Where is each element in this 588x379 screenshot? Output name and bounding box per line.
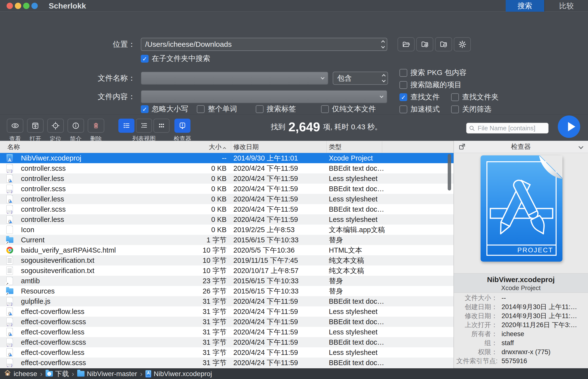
- bbedit-doc-icon: {B}TXT: [5, 297, 14, 306]
- table-row[interactable]: NibViwer.xcodeproj--2014/9/30 上午11:01Xco…: [0, 153, 454, 163]
- file-type: Less stylesheet: [329, 327, 378, 337]
- folder-plus-icon: [420, 40, 429, 49]
- start-search-button[interactable]: [558, 115, 580, 138]
- checkbox-关闭筛选[interactable]: 关闭筛选: [451, 104, 491, 114]
- table-row[interactable]: {B}TXTgulpfile.js31 字节2020/4/24 下午11:59B…: [0, 296, 454, 306]
- add-folder-button[interactable]: [416, 37, 433, 51]
- filter-input[interactable]: [477, 124, 546, 133]
- inspector-header: 检查器: [454, 141, 588, 153]
- grid-view-button[interactable]: [153, 119, 170, 133]
- outline-view-button[interactable]: [136, 119, 152, 133]
- breadcrumb-item[interactable]: NibViwer-master: [77, 370, 137, 378]
- chrome-icon: [5, 246, 14, 254]
- file-type: 纯文本文稿: [329, 266, 364, 276]
- table-row[interactable]: {B}TXTcontroller.scss0 KB2020/4/24 下午11:…: [0, 184, 454, 194]
- column-header-name[interactable]: 名称: [7, 141, 20, 153]
- file-list: NibViwer.xcodeproj--2014/9/30 上午11:01Xco…: [0, 153, 454, 368]
- column-header-size[interactable]: 大小: [171, 141, 225, 153]
- file-name: gulpfile.js: [21, 296, 50, 306]
- file-date: 2020/4/24 下午11:59: [233, 204, 298, 214]
- checkbox-box: [197, 105, 205, 113]
- checkbox-仅纯文本文件[interactable]: 仅纯文本文件: [321, 104, 376, 114]
- file-type: Less stylesheet: [329, 174, 378, 184]
- zoom-window-button[interactable]: [23, 3, 30, 9]
- table-row[interactable]: ↗Resources26 字节2015/6/15 下午10:33替身: [0, 286, 454, 296]
- table-row[interactable]: ↗Current1 字节2015/6/15 下午10:33替身: [0, 235, 454, 245]
- open-button[interactable]: [27, 119, 44, 133]
- checkbox-搜索 PKG 包内容[interactable]: 搜索 PKG 包内容: [399, 68, 466, 78]
- file-name: controller.less: [21, 194, 64, 204]
- file-size: 0 KB: [168, 225, 226, 235]
- table-row[interactable]: {}controller.less0 KB2020/4/24 下午11:59Le…: [0, 194, 454, 204]
- table-row[interactable]: ↗amtlib23 字节2015/6/15 下午10:33替身: [0, 276, 454, 286]
- table-row[interactable]: {B}TXTeffect-coverflow.scss31 字节2020/4/2…: [0, 317, 454, 327]
- checkbox-忽略大小写[interactable]: ✓忽略大小写: [141, 104, 188, 114]
- table-row[interactable]: {B}TXTeffect-coverflow.scss31 字节2020/4/2…: [0, 358, 454, 368]
- scrollbar-thumb[interactable]: [448, 154, 451, 190]
- tab-compare[interactable]: 比较: [545, 0, 588, 12]
- detail-label: 修改日期：: [454, 312, 502, 320]
- folder-icon: ↗: [5, 236, 14, 244]
- file-type: BBEdit text doc…: [329, 184, 384, 194]
- checkbox-查找文件[interactable]: ✓查找文件: [399, 92, 440, 102]
- match-mode-select[interactable]: 包含: [333, 72, 388, 85]
- folder-icon: [77, 371, 84, 377]
- checkbox-search-subfolders[interactable]: ✓ 在子文件夹中搜索: [141, 54, 210, 63]
- inspector-toggle-button[interactable]: [175, 119, 191, 133]
- table-row[interactable]: {}effect-coverflow.less31 字节2020/4/24 下午…: [0, 306, 454, 317]
- breadcrumb: icheese›下载›NibViwer-master›NibViwer.xcod…: [0, 368, 588, 379]
- breadcrumb-item[interactable]: icheese: [4, 369, 37, 378]
- file-type: Xcode Project: [329, 153, 373, 163]
- column-divider: [326, 141, 327, 153]
- checkbox-整个单词[interactable]: 整个单词: [197, 104, 237, 114]
- breadcrumb-item[interactable]: NibViwer.xcodeproj: [145, 370, 212, 378]
- file-name: effect-coverflow.scss: [21, 317, 86, 327]
- table-row[interactable]: {}effect-coverflow.less31 字节2020/4/24 下午…: [0, 347, 454, 358]
- table-row[interactable]: {B}TXTcontroller.scss0 KB2020/4/24 下午11:…: [0, 163, 454, 174]
- checkbox-查找文件夹[interactable]: 查找文件夹: [451, 92, 499, 102]
- table-row[interactable]: Icon0 KB2019/2/25 上午8:53文本编辑.app文稿: [0, 225, 454, 235]
- table-row[interactable]: {B}TXTeffect-coverflow.scss31 字节2020/4/2…: [0, 337, 454, 347]
- checkbox-加速模式[interactable]: 加速模式: [399, 104, 440, 114]
- list-view-button[interactable]: [118, 119, 134, 133]
- locate-button[interactable]: [47, 119, 64, 133]
- checkbox-搜索标签[interactable]: 搜索标签: [256, 104, 296, 114]
- settings-button[interactable]: [454, 37, 471, 51]
- location-select[interactable]: /Users/icheese/Downloads: [141, 38, 387, 51]
- table-row[interactable]: {}controller.less0 KB2020/4/24 下午11:59Le…: [0, 214, 454, 225]
- checkbox-搜索隐藏的项目[interactable]: 搜索隐藏的项目: [399, 80, 461, 90]
- tab-search[interactable]: 搜索: [506, 0, 544, 12]
- file-type: BBEdit text doc…: [329, 163, 384, 174]
- eye-icon: [11, 121, 19, 130]
- checkbox-box: [399, 106, 407, 113]
- file-size: 31 字节: [168, 296, 226, 306]
- file-content-input[interactable]: [141, 90, 387, 103]
- file-name: controller.less: [21, 174, 64, 184]
- table-row[interactable]: baidu_verify_asrRPAi4Sc.html10 字节2020/5/…: [0, 245, 454, 255]
- chevron-down-icon: [380, 94, 384, 98]
- text-doc-icon: [5, 266, 14, 275]
- checkbox-box: [451, 106, 459, 113]
- view-button[interactable]: [7, 119, 23, 133]
- remove-folder-button[interactable]: [435, 37, 452, 51]
- open-in-window-button[interactable]: [457, 142, 467, 151]
- table-row[interactable]: {}controller.less0 KB2020/4/24 下午11:59Le…: [0, 174, 454, 184]
- table-row[interactable]: {}effect-coverflow.less31 字节2020/4/24 下午…: [0, 327, 454, 337]
- file-size: 31 字节: [168, 317, 226, 327]
- file-type: HTML文本: [329, 245, 362, 255]
- close-window-button[interactable]: [7, 3, 13, 9]
- column-header-date[interactable]: 修改日期: [233, 141, 259, 153]
- column-header-type[interactable]: 类型: [329, 141, 341, 153]
- file-name-input[interactable]: [141, 72, 328, 85]
- delete-button[interactable]: [88, 119, 104, 133]
- inspector-title: 检查器: [454, 141, 588, 153]
- open-folder-button[interactable]: [397, 37, 414, 51]
- breadcrumb-item[interactable]: 下载: [46, 369, 69, 379]
- minimize-window-button[interactable]: [15, 3, 21, 9]
- checkbox-box: ✓: [141, 55, 149, 63]
- table-row[interactable]: sogousiteverification.txt10 字节2020/10/17…: [0, 266, 454, 276]
- table-row[interactable]: sogousiteverification.txt10 字节2019/11/15…: [0, 255, 454, 266]
- detail-row: 文件大小：--: [454, 294, 588, 302]
- table-row[interactable]: {B}TXTcontroller.scss0 KB2020/4/24 下午11:…: [0, 204, 454, 214]
- info-button[interactable]: [67, 119, 84, 133]
